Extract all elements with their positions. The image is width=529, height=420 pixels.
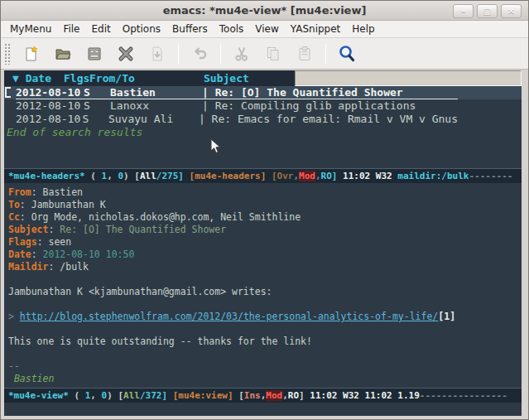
message-field-subject: Subject: Re: [O] The Quantified Shower xyxy=(8,224,522,236)
message-body-line xyxy=(8,348,522,360)
field-label: Date xyxy=(8,249,31,260)
undo-glyph xyxy=(191,46,208,62)
field-value: Org Mode, nicholas.dokos@hp.com, Neil Sm… xyxy=(31,211,301,223)
paste-glyph xyxy=(296,46,313,62)
message-field-date: Date: 2012-08-10 10:50 xyxy=(8,249,522,261)
menu-item-tools[interactable]: Tools xyxy=(214,22,250,36)
field-label: Subject xyxy=(8,224,48,235)
message-field-from: From: Bastien xyxy=(8,186,522,199)
row-flags: S xyxy=(84,86,110,99)
window-title: emacs: *mu4e-view* [mu4e:view] xyxy=(163,4,367,17)
cut-icon xyxy=(231,43,252,65)
titlebar[interactable]: emacs: *mu4e-view* [mu4e:view] –□✕ xyxy=(1,1,528,21)
menu-item-help[interactable]: Help xyxy=(346,22,380,36)
toolbar-separator xyxy=(325,44,326,64)
message-field-cc: Cc: Org Mode, nicholas.dokos@hp.com, Nei… xyxy=(8,211,522,224)
delete-glyph xyxy=(118,46,134,62)
table-row[interactable]: 2012-08-10SLanoxx| Re: Compiling glib ap… xyxy=(4,99,522,113)
message-field-maildir: Maildir: /bulk xyxy=(8,261,522,273)
row-from: Suvayu Ali xyxy=(108,113,199,126)
field-value: /bulk xyxy=(60,261,89,273)
save-as-glyph xyxy=(149,46,166,62)
new-file-glyph xyxy=(23,46,40,62)
sort-arrow-icon: ▼ xyxy=(12,72,19,84)
field-label: To xyxy=(8,199,20,210)
end-of-results-message: End of search results xyxy=(7,126,142,139)
mouse-cursor xyxy=(210,138,222,155)
table-row[interactable]: 2012-08-10SBastien| Re: [O] The Quantifi… xyxy=(4,86,522,99)
headers-list: 2012-08-10SBastien| Re: [O] The Quantifi… xyxy=(4,86,522,126)
undo-icon xyxy=(189,43,210,65)
menu-item-yasnippet[interactable]: YASnippet xyxy=(285,22,347,36)
message-body-line: Jambunathan K <kjambunathan@gmail.com> w… xyxy=(8,286,522,298)
field-value: Jambunathan K xyxy=(31,199,106,210)
row-from: Bastien xyxy=(110,86,202,99)
close-button[interactable]: ✕ xyxy=(501,4,522,18)
menu-item-file[interactable]: File xyxy=(57,22,85,36)
field-label: Maildir xyxy=(8,261,48,273)
search-icon[interactable] xyxy=(336,43,358,65)
menu-item-mymenu[interactable]: MyMenu xyxy=(4,22,57,36)
menu-item-view[interactable]: View xyxy=(249,22,284,36)
row-subject: | Re: [O] The Quantified Shower xyxy=(202,86,403,99)
header-line-blank xyxy=(295,70,522,86)
headers-column-bar: ▼ Date Flgs From/To Subject xyxy=(4,70,522,86)
toolbar xyxy=(1,38,528,70)
save-icon[interactable] xyxy=(84,43,105,65)
row-flags: S xyxy=(83,113,108,126)
maximize-button[interactable]: □ xyxy=(477,4,498,18)
headers-column-labels: ▼ Date Flgs From/To Subject xyxy=(4,70,295,86)
paste-icon xyxy=(294,43,315,65)
save-as-icon xyxy=(147,43,168,65)
column-header-flags[interactable]: Flgs xyxy=(64,70,89,86)
menu-item-options[interactable]: Options xyxy=(117,22,166,36)
field-value: Bastien xyxy=(43,186,83,198)
modeline-headers: *mu4e-headers* ( 1, 0) [All/275] [mu4e-h… xyxy=(4,168,522,183)
window-controls: –□✕ xyxy=(453,4,522,18)
row-from: Lanoxx xyxy=(110,99,202,113)
emacs-window: emacs: *mu4e-view* [mu4e:view] –□✕ MyMen… xyxy=(0,0,529,420)
current-message-fringe-icon xyxy=(5,87,11,98)
open-folder-icon[interactable] xyxy=(52,43,74,65)
field-value: 2012-08-10 10:50 xyxy=(43,249,135,260)
field-label: Cc xyxy=(8,211,20,223)
copy-icon xyxy=(262,43,284,65)
row-date: 2012-08-10 xyxy=(16,86,84,99)
message-body-line: Bastien xyxy=(8,373,522,385)
table-row[interactable]: 2012-08-10SSuvayu Ali| Re: Emacs for ema… xyxy=(4,113,522,126)
modeline-view: *mu4e-view* ( 1, 0) [All/372] [mu4e:view… xyxy=(4,388,522,403)
emacs-content: ▼ Date Flgs From/To Subject 2012-08-10SB… xyxy=(4,70,522,416)
field-value: Re: [O] The Quantified Shower xyxy=(60,224,226,235)
message-body-line: > http://blog.stephenwolfram.com/2012/03… xyxy=(8,311,522,323)
column-header-from[interactable]: From/To xyxy=(89,70,135,86)
column-header-subject[interactable]: Subject xyxy=(204,70,249,86)
message-field-to: To: Jambunathan K xyxy=(8,199,522,211)
menu-item-edit[interactable]: Edit xyxy=(86,22,117,36)
message-view: From: BastienTo: Jambunathan KCc: Org Mo… xyxy=(4,183,522,388)
toolbar-separator xyxy=(178,44,179,64)
row-subject: | Re: Compiling glib applications xyxy=(202,99,416,113)
minibuffer[interactable] xyxy=(4,403,522,416)
row-date: 2012-08-10 xyxy=(16,99,84,113)
row-flags: S xyxy=(84,99,110,113)
field-label: From xyxy=(8,186,31,198)
cut-glyph xyxy=(233,46,250,62)
field-label: Flags xyxy=(8,236,37,248)
column-header-date[interactable]: ▼ Date xyxy=(12,70,51,86)
menubar: MyMenuFileEditOptionsBuffersToolsViewYAS… xyxy=(1,21,528,38)
row-subject: | Re: Emacs for email: Rmail v VM v Gnus xyxy=(199,113,458,126)
new-file-icon[interactable] xyxy=(21,43,42,65)
delete-icon[interactable] xyxy=(115,43,137,65)
message-body-line xyxy=(8,323,522,336)
minimize-button[interactable]: – xyxy=(453,4,474,18)
message-body-line xyxy=(8,298,522,311)
copy-glyph xyxy=(265,46,281,62)
save-glyph xyxy=(86,46,103,62)
menu-item-buffers[interactable]: Buffers xyxy=(166,22,214,36)
message-body-line: -- xyxy=(8,360,522,373)
row-date: 2012-08-10 xyxy=(16,113,83,126)
toolbar-drag-handle[interactable] xyxy=(4,43,11,65)
open-folder-glyph xyxy=(55,46,71,62)
field-value: seen xyxy=(48,236,71,248)
toolbar-separator xyxy=(220,44,221,64)
